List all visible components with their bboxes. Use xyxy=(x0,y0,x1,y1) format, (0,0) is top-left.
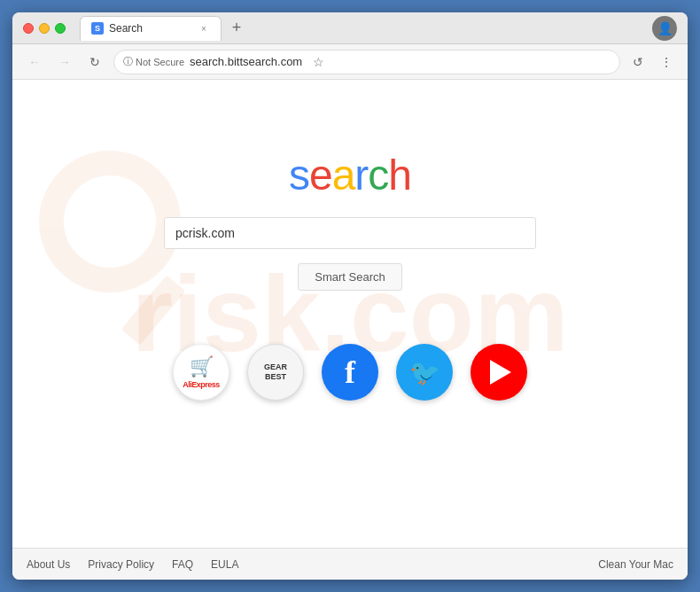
address-text: search.bittsearch.com xyxy=(190,55,302,68)
back-button[interactable]: ← xyxy=(23,51,46,74)
footer-eula-link[interactable]: EULA xyxy=(211,558,238,571)
security-indicator: ⓘ Not Secure xyxy=(123,55,184,68)
footer-clean-mac-link[interactable]: Clean Your Mac xyxy=(598,558,673,571)
facebook-f-icon: f xyxy=(345,354,355,391)
aliexpress-label: AliExpress xyxy=(183,380,220,389)
logo-letter-a: a xyxy=(332,152,355,199)
shortcut-youtube[interactable] xyxy=(471,344,527,401)
browser-window: S Search × + 👤 ← → ↻ ⓘ Not Secure search… xyxy=(12,12,688,580)
search-input-wrap xyxy=(164,217,536,249)
tab-close-button[interactable]: × xyxy=(198,22,210,35)
gearbest-label: GEARBEST xyxy=(264,362,287,382)
more-options-button[interactable]: ⋮ xyxy=(656,51,677,73)
shortcut-facebook[interactable]: f xyxy=(322,344,378,401)
not-secure-label: Not Secure xyxy=(136,57,184,67)
smart-search-button[interactable]: Smart Search xyxy=(298,263,401,291)
profile-button[interactable]: 👤 xyxy=(652,16,677,41)
nav-bar: ← → ↻ ⓘ Not Secure search.bittsearch.com… xyxy=(12,44,688,80)
shortcut-aliexpress[interactable]: 🛒 AliExpress xyxy=(173,344,229,401)
maximize-window-button[interactable] xyxy=(55,23,66,34)
address-bar[interactable]: ⓘ Not Secure search.bittsearch.com ☆ xyxy=(113,50,620,74)
search-input[interactable] xyxy=(164,217,536,249)
footer-about-link[interactable]: About Us xyxy=(27,558,70,571)
logo-letter-s: s xyxy=(289,152,309,199)
close-window-button[interactable] xyxy=(23,23,34,34)
aliexpress-cart-icon: 🛒 xyxy=(190,355,214,378)
footer-privacy-link[interactable]: Privacy Policy xyxy=(88,558,154,571)
info-icon: ⓘ xyxy=(123,55,133,68)
traffic-lights xyxy=(23,23,66,34)
new-tab-button[interactable]: + xyxy=(225,17,248,40)
search-logo: search xyxy=(289,151,411,199)
bookmark-button[interactable]: ☆ xyxy=(307,51,329,73)
logo-letter-c: c xyxy=(368,152,388,199)
minimize-window-button[interactable] xyxy=(39,23,50,34)
youtube-play-icon xyxy=(490,360,511,385)
shortcut-gearbest[interactable]: GEARBEST xyxy=(247,344,304,401)
twitter-bird-icon: 🐦 xyxy=(409,358,440,387)
refresh-button[interactable]: ↻ xyxy=(83,51,106,74)
title-bar: S Search × + 👤 xyxy=(12,12,688,44)
active-tab[interactable]: S Search × xyxy=(80,16,222,41)
footer-faq-link[interactable]: FAQ xyxy=(172,558,193,571)
shortcut-twitter[interactable]: 🐦 xyxy=(396,344,453,401)
tab-bar: S Search × + xyxy=(80,16,645,41)
logo-letter-e: e xyxy=(309,152,332,199)
search-area: search Smart Search xyxy=(12,151,688,291)
tab-favicon: S xyxy=(91,22,104,35)
shortcuts-bar: 🛒 AliExpress GEARBEST f 🐦 xyxy=(173,344,527,401)
logo-letter-h: h xyxy=(388,152,411,199)
reload-button[interactable]: ↺ xyxy=(627,51,649,73)
page-content: risk.com search Smart Search 🛒 AliExpres… xyxy=(12,80,688,548)
tab-title: Search xyxy=(109,22,143,35)
forward-button[interactable]: → xyxy=(53,51,76,74)
footer: About Us Privacy Policy FAQ EULA Clean Y… xyxy=(12,548,688,580)
logo-letter-r: r xyxy=(354,152,368,199)
